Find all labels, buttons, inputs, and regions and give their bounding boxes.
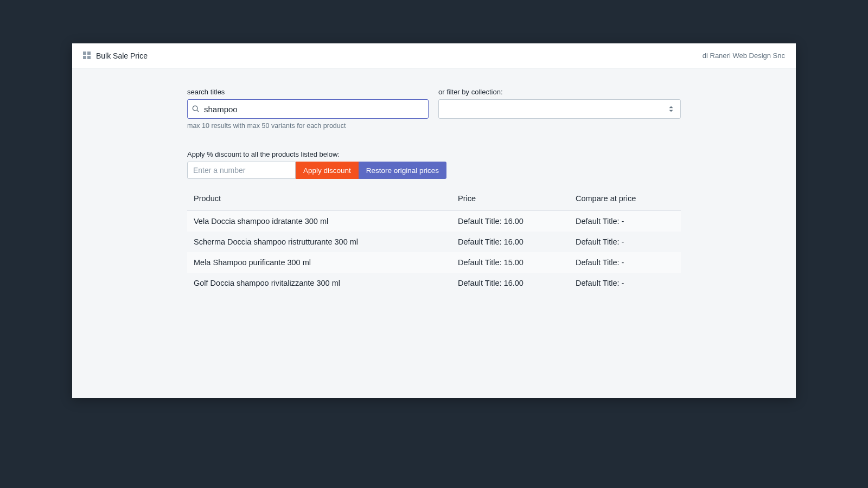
table-row: Scherma Doccia shampoo ristrutturante 30… (187, 232, 681, 252)
cell-product: Scherma Doccia shampoo ristrutturante 30… (194, 237, 458, 246)
cell-compare: Default Title: - (576, 279, 674, 287)
cell-price: Default Title: 15.00 (458, 258, 576, 267)
discount-section: Apply % discount to all the products lis… (187, 150, 681, 179)
search-column: search titles max 10 results with max 50… (187, 88, 429, 130)
cell-product: Vela Doccia shampoo idratante 300 ml (194, 217, 458, 226)
app-logo-icon (83, 52, 92, 60)
svg-line-5 (197, 110, 199, 112)
header-price: Price (458, 194, 576, 203)
svg-point-4 (193, 106, 197, 111)
table-body: Vela Doccia shampoo idratante 300 ml Def… (187, 211, 681, 293)
header-product: Product (194, 194, 458, 203)
header-compare: Compare at price (576, 194, 674, 203)
svg-rect-1 (87, 52, 91, 55)
table-row: Golf Doccia shampoo rivitalizzante 300 m… (187, 273, 681, 293)
restore-prices-button[interactable]: Restore original prices (359, 162, 446, 179)
app-title: Bulk Sale Price (96, 52, 148, 60)
search-help-text: max 10 results with max 50 variants for … (187, 122, 429, 130)
collection-select-wrapper[interactable] (438, 99, 681, 119)
svg-rect-3 (87, 56, 91, 59)
header-credit: di Raneri Web Design Snc (703, 52, 785, 60)
search-label: search titles (187, 88, 429, 96)
discount-label: Apply % discount to all the products lis… (187, 150, 681, 158)
search-icon (192, 105, 200, 113)
table-header-row: Product Price Compare at price (187, 189, 681, 211)
cell-product: Golf Doccia shampoo rivitalizzante 300 m… (194, 279, 458, 287)
apply-discount-button[interactable]: Apply discount (296, 162, 359, 179)
cell-product: Mela Shampoo purificante 300 ml (194, 258, 458, 267)
cell-compare: Default Title: - (576, 258, 674, 267)
content-area: search titles max 10 results with max 50… (72, 68, 796, 293)
search-input-wrapper[interactable] (187, 99, 429, 119)
header-bar: Bulk Sale Price di Raneri Web Design Snc (72, 43, 796, 68)
table-row: Vela Doccia shampoo idratante 300 ml Def… (187, 211, 681, 232)
discount-number-input[interactable] (187, 162, 296, 179)
collection-column: or filter by collection: (438, 88, 681, 130)
cell-price: Default Title: 16.00 (458, 217, 576, 226)
cell-price: Default Title: 16.00 (458, 237, 576, 246)
table-row: Mela Shampoo purificante 300 ml Default … (187, 252, 681, 273)
products-table: Product Price Compare at price Vela Docc… (187, 189, 681, 293)
svg-rect-2 (83, 56, 86, 59)
collection-label: or filter by collection: (438, 88, 681, 96)
svg-rect-0 (83, 52, 86, 55)
header-left: Bulk Sale Price (83, 52, 148, 60)
app-window: Bulk Sale Price di Raneri Web Design Snc… (72, 43, 796, 398)
search-input[interactable] (200, 100, 428, 118)
cell-compare: Default Title: - (576, 217, 674, 226)
discount-row: Apply discount Restore original prices (187, 162, 681, 179)
cell-price: Default Title: 16.00 (458, 279, 576, 287)
collection-select[interactable] (439, 100, 680, 118)
cell-compare: Default Title: - (576, 237, 674, 246)
filters-row: search titles max 10 results with max 50… (187, 88, 681, 130)
